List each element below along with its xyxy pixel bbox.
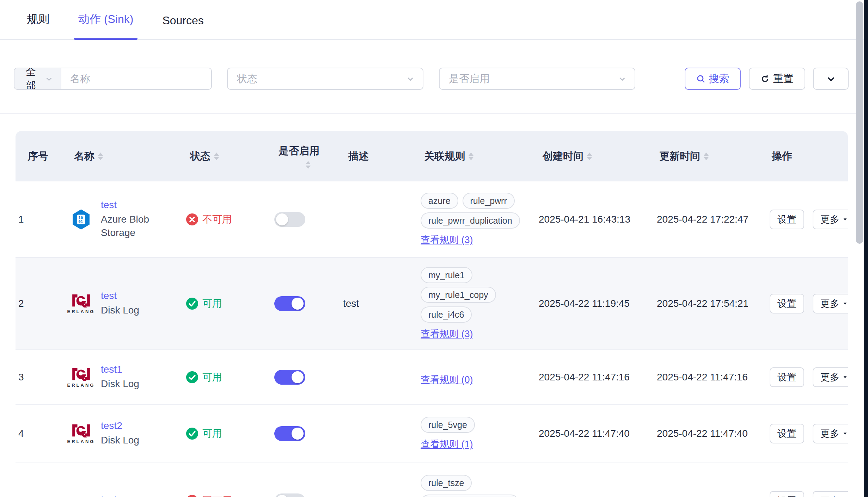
enabled-filter-select[interactable]: 是否启用 — [439, 68, 635, 90]
status-cell: 可用 — [183, 366, 271, 389]
toggle-knob — [276, 495, 288, 497]
status-filter-select[interactable]: 状态 — [227, 68, 423, 90]
description-cell — [340, 429, 418, 439]
updated-at-cell: 2025-04-22 17:22:47 — [654, 209, 767, 230]
sort-icon[interactable] — [214, 153, 219, 160]
sink-type-label: Azure Blob Storage — [101, 213, 180, 240]
row-index: 4 — [16, 423, 67, 444]
sink-name-link[interactable]: test — [101, 199, 180, 211]
actions-cell: 设置 更多 — [767, 205, 848, 234]
toggle-knob — [292, 298, 304, 310]
column-header-updated[interactable]: 更新时间 — [654, 146, 767, 167]
enabled-toggle[interactable] — [274, 493, 305, 497]
more-button[interactable]: 更多 — [813, 491, 848, 497]
more-button[interactable]: 更多 — [813, 424, 848, 443]
reset-button[interactable]: 重置 — [749, 68, 805, 90]
sort-icon[interactable] — [98, 153, 103, 160]
settings-button[interactable]: 设置 — [770, 210, 804, 229]
chevron-down-icon — [407, 75, 414, 83]
filter-bar: 全部 状态 是否启用 搜索 重置 — [0, 68, 868, 90]
table-body: 1 1001 test Azure Blob Storage 不可用 — [16, 181, 848, 497]
settings-button[interactable]: 设置 — [770, 491, 804, 497]
sinks-page: 规则 动作 (Sink) Sources 全部 状态 是否启用 搜索 重置 — [0, 0, 868, 497]
vertical-scrollbar-thumb[interactable] — [856, 1, 863, 244]
view-rules-link[interactable]: 查看规则 (3) — [421, 234, 473, 246]
chevron-down-icon — [826, 74, 836, 84]
created-at-cell: 2025-04-22 11:47:40 — [536, 423, 654, 444]
rule-tag: rule_pwrr_duplication — [421, 212, 520, 229]
sink-name-link[interactable]: test1 — [101, 364, 139, 375]
more-button[interactable]: 更多 — [813, 294, 848, 313]
view-rules-link[interactable]: 查看规则 (0) — [421, 373, 473, 386]
filter-type-select[interactable]: 全部 — [14, 68, 61, 89]
table-row: 5 test 不可用 rule — [16, 462, 848, 497]
enabled-cell — [271, 365, 340, 390]
view-rules-link[interactable]: 查看规则 (1) — [421, 438, 473, 451]
more-button[interactable]: 更多 — [813, 210, 848, 229]
updated-at-cell: 2025-04-22 17:22:50 — [654, 490, 767, 497]
settings-button[interactable]: 设置 — [770, 294, 804, 313]
tab-sinks[interactable]: 动作 (Sink) — [74, 12, 137, 39]
sort-icon[interactable] — [704, 153, 709, 160]
azure-blob-storage-icon: 1001 — [70, 207, 92, 232]
name-filter-input[interactable] — [61, 68, 211, 89]
sink-name-link[interactable]: test — [101, 290, 139, 302]
enabled-toggle[interactable] — [274, 212, 305, 227]
enabled-toggle[interactable] — [274, 370, 305, 385]
enabled-toggle[interactable] — [274, 426, 305, 441]
rule-tag: azure — [421, 193, 458, 209]
created-at-cell: 2025-04-22 11:19:45 — [536, 293, 654, 314]
description-cell — [340, 215, 418, 224]
caret-down-icon — [844, 376, 847, 378]
filter-type-value: 全部 — [26, 68, 45, 90]
status-ok-icon — [186, 428, 198, 440]
name-cell: ERLANG test Disk Log — [67, 285, 183, 322]
svg-text:01: 01 — [78, 219, 83, 224]
search-button[interactable]: 搜索 — [685, 68, 741, 90]
rules-cell: 查看规则 (0) — [418, 364, 536, 391]
rule-tag: my_rule1_copy — [421, 287, 496, 303]
column-header-created[interactable]: 创建时间 — [536, 146, 654, 167]
name-filter-group: 全部 — [14, 68, 212, 90]
sort-icon[interactable] — [306, 161, 311, 169]
description-cell — [340, 372, 418, 382]
caret-down-icon — [844, 303, 847, 305]
sink-name-link[interactable]: test — [101, 494, 117, 497]
column-header-rules[interactable]: 关联规则 — [418, 146, 536, 167]
column-header-name[interactable]: 名称 — [67, 146, 183, 167]
settings-button[interactable]: 设置 — [770, 367, 804, 387]
actions-cell: 设置 更多 — [767, 486, 848, 497]
updated-at-cell: 2025-04-22 11:47:16 — [654, 367, 767, 388]
rule-tag-list: rule_tszerule_tsze_duplication — [421, 475, 529, 497]
column-header-description: 描述 — [340, 146, 418, 167]
column-header-actions: 操作 — [767, 146, 848, 167]
row-index: 3 — [16, 367, 67, 388]
view-rules-link[interactable]: 查看规则 (3) — [421, 328, 473, 340]
column-header-status[interactable]: 状态 — [183, 146, 271, 167]
status-filter-placeholder: 状态 — [237, 72, 257, 86]
status-cell: 不可用 — [183, 489, 271, 497]
rule-tag: rule_tsze — [421, 475, 472, 491]
sort-icon[interactable] — [587, 153, 592, 160]
rules-cell: my_rule1my_rule1_copyrule_i4c6 查看规则 (3) — [418, 262, 536, 345]
tab-sources[interactable]: Sources — [158, 14, 208, 39]
enabled-toggle[interactable] — [274, 296, 305, 311]
tab-rules[interactable]: 规则 — [23, 12, 54, 39]
status-cell: 可用 — [183, 292, 271, 315]
toggle-knob — [292, 371, 304, 383]
actions-cell: 设置 更多 — [767, 419, 848, 448]
enabled-cell — [271, 421, 340, 446]
settings-button[interactable]: 设置 — [770, 424, 804, 443]
erlang-disk-log-icon: ERLANG — [70, 365, 92, 390]
rule-tag-list: my_rule1my_rule1_copyrule_i4c6 — [421, 267, 529, 323]
row-index: 5 — [16, 490, 67, 497]
column-header-enabled[interactable]: 是否启用 — [271, 141, 340, 172]
toggle-knob — [276, 213, 288, 225]
reset-button-label: 重置 — [773, 72, 794, 86]
created-at-cell: 2025-04-22 11:47:16 — [536, 367, 654, 388]
more-button[interactable]: 更多 — [813, 367, 848, 387]
sort-icon[interactable] — [469, 153, 473, 160]
search-button-label: 搜索 — [709, 72, 729, 86]
collapse-filters-button[interactable] — [813, 68, 849, 90]
sink-name-link[interactable]: test2 — [101, 420, 139, 431]
